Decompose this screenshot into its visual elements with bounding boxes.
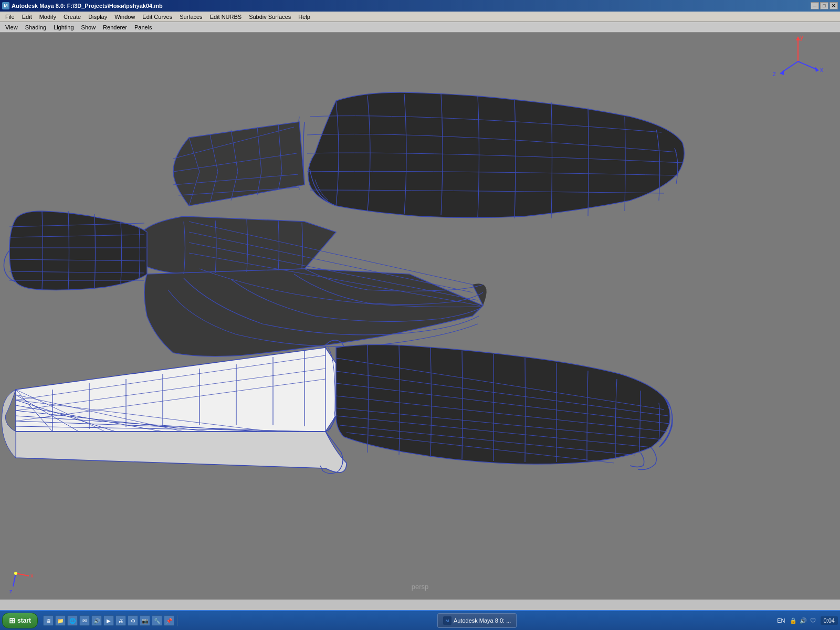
vp-lighting[interactable]: Lighting bbox=[50, 23, 77, 32]
taskbar-icon-8[interactable]: ⚙ bbox=[128, 615, 138, 626]
menu-create[interactable]: Create bbox=[60, 13, 84, 21]
menu-display[interactable]: Display bbox=[85, 13, 110, 21]
menu-help[interactable]: Help bbox=[295, 13, 313, 21]
taskbar-icon-9[interactable]: 📷 bbox=[140, 615, 150, 626]
svg-text:z: z bbox=[9, 588, 13, 594]
taskbar-separator bbox=[177, 615, 178, 626]
menu-edit[interactable]: Edit bbox=[19, 13, 35, 21]
taskbar-center: M Autodesk Maya 8.0: ... bbox=[437, 613, 517, 628]
menu-modify[interactable]: Modify bbox=[36, 13, 59, 21]
close-button[interactable]: ✕ bbox=[830, 2, 838, 9]
start-button[interactable]: ⊞ start bbox=[2, 613, 38, 628]
tray-icon-volume[interactable]: 🔊 bbox=[799, 616, 807, 625]
title-bar-buttons: ─ □ ✕ bbox=[811, 2, 838, 9]
title-bar-left: M Autodesk Maya 8.0: F:\3D_Projects\Ножи… bbox=[2, 2, 163, 9]
vp-renderer[interactable]: Renderer bbox=[100, 23, 130, 32]
taskbar-left: ⊞ start 🖥 📁 🌐 ✉ 🔊 ▶ 🖨 ⚙ 📷 🔧 📌 bbox=[2, 613, 179, 628]
taskbar-icon-3[interactable]: 🌐 bbox=[67, 615, 78, 626]
menu-subdiv-surfaces[interactable]: Subdiv Surfaces bbox=[246, 13, 294, 21]
clock[interactable]: 0:04 bbox=[821, 616, 838, 625]
app-icon: M bbox=[2, 2, 9, 9]
taskbar-icon-2[interactable]: 📁 bbox=[55, 615, 66, 626]
menu-surfaces[interactable]: Surfaces bbox=[176, 13, 205, 21]
camera-label: persp bbox=[412, 583, 429, 591]
taskbar-icon-7[interactable]: 🖨 bbox=[116, 615, 126, 626]
taskbar-icon-4[interactable]: ✉ bbox=[79, 615, 90, 626]
title-bar: M Autodesk Maya 8.0: F:\3D_Projects\Ножи… bbox=[0, 0, 840, 12]
lang-indicator[interactable]: EN bbox=[775, 617, 787, 624]
tray-icon-antivirus[interactable]: 🛡 bbox=[809, 616, 817, 625]
taskbar-quick-launch: 🖥 📁 🌐 ✉ 🔊 ▶ 🖨 ⚙ 📷 🔧 📌 bbox=[43, 615, 179, 626]
windows-flag-icon: ⊞ bbox=[9, 616, 15, 625]
knife-3d-view: y x z x z persp bbox=[0, 33, 840, 600]
maximize-button[interactable]: □ bbox=[820, 2, 828, 9]
viewport-toolbar: View Shading Lighting Show Renderer Pane… bbox=[0, 22, 840, 33]
vp-panels[interactable]: Panels bbox=[131, 23, 155, 32]
menu-window[interactable]: Window bbox=[111, 13, 138, 21]
tray-icon-network[interactable]: 🔒 bbox=[789, 616, 797, 625]
vp-shading[interactable]: Shading bbox=[22, 23, 49, 32]
maya-icon: M bbox=[443, 616, 452, 625]
taskbar: ⊞ start 🖥 📁 🌐 ✉ 🔊 ▶ 🖨 ⚙ 📷 🔧 📌 M Autodesk… bbox=[0, 610, 840, 630]
taskbar-icon-5[interactable]: 🔊 bbox=[91, 615, 102, 626]
start-label: start bbox=[17, 617, 31, 624]
svg-text:z: z bbox=[773, 70, 776, 78]
menu-edit-nurbs[interactable]: Edit NURBS bbox=[207, 13, 245, 21]
menu-file[interactable]: File bbox=[2, 13, 18, 21]
taskbar-icon-10[interactable]: 🔧 bbox=[152, 615, 162, 626]
svg-text:x: x bbox=[820, 66, 823, 74]
minimize-button[interactable]: ─ bbox=[811, 2, 819, 9]
taskbar-icon-11[interactable]: 📌 bbox=[164, 615, 174, 626]
taskbar-icon-6[interactable]: ▶ bbox=[103, 615, 114, 626]
canvas-area: y x z x z persp bbox=[0, 33, 840, 600]
menu-edit-curves[interactable]: Edit Curves bbox=[139, 13, 175, 21]
maya-taskbar-button[interactable]: M Autodesk Maya 8.0: ... bbox=[437, 613, 517, 628]
vp-show[interactable]: Show bbox=[78, 23, 99, 32]
system-tray: EN 🔒 🔊 🛡 bbox=[775, 616, 817, 625]
taskbar-icon-1[interactable]: 🖥 bbox=[43, 615, 54, 626]
maya-taskbar-label: Autodesk Maya 8.0: ... bbox=[454, 617, 511, 624]
viewport[interactable]: y x z x z persp bbox=[0, 33, 840, 600]
window-title: Autodesk Maya 8.0: F:\3D_Projects\Ножи\p… bbox=[12, 3, 163, 9]
svg-text:y: y bbox=[800, 34, 803, 41]
svg-text:x: x bbox=[30, 572, 34, 579]
menu-bar: File Edit Modify Create Display Window E… bbox=[0, 12, 840, 22]
vp-view[interactable]: View bbox=[2, 23, 21, 32]
svg-point-14 bbox=[14, 572, 17, 575]
taskbar-right: EN 🔒 🔊 🛡 0:04 bbox=[775, 616, 838, 625]
